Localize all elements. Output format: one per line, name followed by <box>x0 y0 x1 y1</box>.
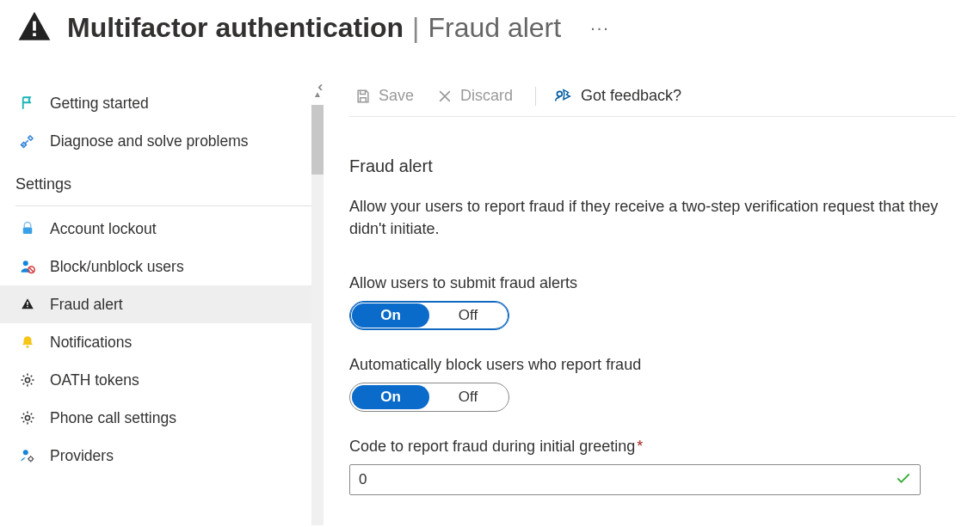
svg-point-10 <box>23 450 28 455</box>
close-icon <box>436 88 453 105</box>
toggle-on-option[interactable]: On <box>352 385 429 409</box>
svg-point-7 <box>27 346 29 348</box>
alert-icon <box>19 296 36 313</box>
code-input[interactable] <box>349 464 921 495</box>
sidebar-item-label: Diagnose and solve problems <box>50 132 249 150</box>
setting-code: Code to report fraud during initial gree… <box>349 438 956 495</box>
sidebar-section-settings: Settings <box>0 160 324 200</box>
setting-code-label-text: Code to report fraud during initial gree… <box>349 438 635 455</box>
page-header: Multifactor authentication | Fraud alert… <box>0 0 980 77</box>
sidebar-item-label: OATH tokens <box>50 371 139 389</box>
flag-icon <box>19 95 36 112</box>
user-block-icon <box>19 258 36 275</box>
sidebar-item-getting-started[interactable]: Getting started <box>0 84 311 122</box>
tools-icon <box>19 132 36 150</box>
save-button[interactable]: Save <box>349 83 419 108</box>
toggle-auto-block[interactable]: On Off <box>349 383 509 412</box>
valid-check-icon <box>895 470 912 490</box>
setting-auto-block: Automatically block users who report fra… <box>349 356 956 412</box>
svg-rect-1 <box>33 33 36 36</box>
toolbar-separator <box>535 87 536 106</box>
sidebar-item-notifications[interactable]: Notifications <box>0 323 311 361</box>
sidebar-item-account-lockout[interactable]: Account lockout <box>0 210 311 248</box>
more-menu-icon[interactable]: ··· <box>587 15 613 40</box>
setting-allow-submit: Allow users to submit fraud alerts On Of… <box>349 274 956 330</box>
feedback-icon <box>553 87 572 106</box>
alert-icon <box>15 9 53 46</box>
discard-button[interactable]: Discard <box>431 83 518 108</box>
sidebar-item-block-unblock[interactable]: Block/unblock users <box>0 248 311 285</box>
sidebar-item-label: Phone call settings <box>50 409 176 427</box>
setting-label: Code to report fraud during initial gree… <box>349 438 956 456</box>
sidebar: ‹‹ Getting started Diagnose and solve pr… <box>0 77 324 525</box>
sidebar-item-label: Providers <box>50 447 114 465</box>
main-content: Save Discard Got feedback? Fraud alert A… <box>324 77 980 525</box>
sidebar-item-phone-call[interactable]: Phone call settings <box>0 399 311 437</box>
sidebar-item-label: Fraud alert <box>50 296 123 314</box>
feedback-link[interactable]: Got feedback? <box>553 87 681 106</box>
toggle-off-option[interactable]: Off <box>429 385 507 409</box>
user-gear-icon <box>19 447 36 464</box>
title-separator: | <box>412 12 419 44</box>
setting-label: Allow users to submit fraud alerts <box>349 274 956 292</box>
toggle-off-option[interactable]: Off <box>429 303 507 328</box>
save-icon <box>354 88 372 105</box>
svg-point-9 <box>25 415 29 420</box>
setting-label: Automatically block users who report fra… <box>349 356 956 374</box>
scrollbar-thumb[interactable] <box>311 105 324 175</box>
gear-icon <box>19 371 36 389</box>
svg-rect-6 <box>27 306 28 308</box>
page-title-sub: Fraud alert <box>428 12 561 44</box>
feedback-label: Got feedback? <box>581 87 681 105</box>
divider <box>15 205 311 206</box>
sidebar-item-providers[interactable]: Providers <box>0 437 311 475</box>
sidebar-item-label: Account lockout <box>50 220 157 238</box>
alert-triangle-icon <box>15 9 53 46</box>
svg-point-12 <box>557 91 562 96</box>
sidebar-item-oath-tokens[interactable]: OATH tokens <box>0 361 311 399</box>
svg-rect-5 <box>27 302 28 305</box>
toggle-on-option[interactable]: On <box>352 303 429 328</box>
section-description: Allow your users to report fraud if they… <box>349 195 952 240</box>
sidebar-item-label: Getting started <box>50 95 149 113</box>
toolbar: Save Discard Got feedback? <box>349 81 956 117</box>
bell-icon <box>19 334 36 351</box>
svg-point-11 <box>29 457 34 462</box>
section-heading: Fraud alert <box>349 156 956 176</box>
sidebar-scrollbar[interactable]: ▲ <box>311 105 324 525</box>
save-label: Save <box>379 87 414 105</box>
sidebar-item-fraud-alert[interactable]: Fraud alert <box>0 285 311 323</box>
svg-rect-0 <box>33 21 36 31</box>
gear-icon <box>19 409 36 426</box>
lock-icon <box>19 220 36 237</box>
sidebar-item-diagnose[interactable]: Diagnose and solve problems <box>0 122 311 160</box>
svg-point-8 <box>25 377 29 382</box>
sidebar-item-label: Notifications <box>50 334 132 352</box>
page-title-main: Multifactor authentication <box>67 12 404 44</box>
scroll-up-arrow-icon[interactable]: ▲ <box>311 89 324 99</box>
toggle-allow-submit[interactable]: On Off <box>349 301 509 330</box>
sidebar-item-label: Block/unblock users <box>50 258 184 276</box>
page-title: Multifactor authentication | Fraud alert <box>67 12 561 44</box>
svg-point-3 <box>23 260 28 266</box>
svg-rect-2 <box>23 228 33 235</box>
discard-label: Discard <box>460 87 513 105</box>
required-indicator: * <box>637 438 643 455</box>
